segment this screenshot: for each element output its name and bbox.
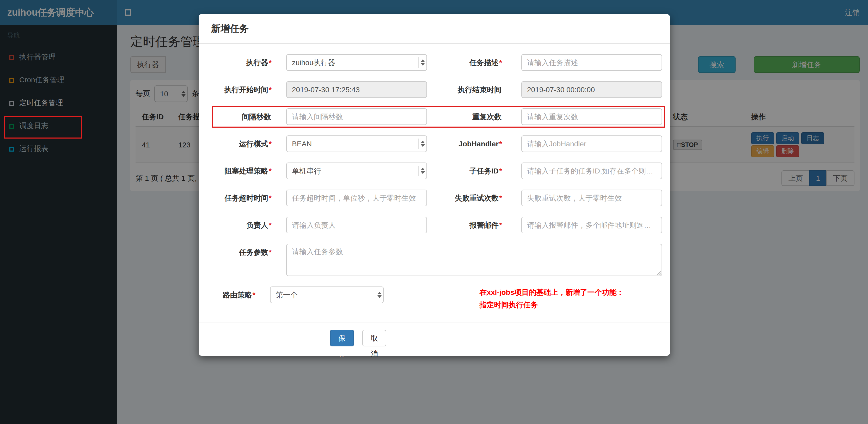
run-mode-label: 运行模式* — [198, 135, 286, 152]
required-asterisk: * — [499, 221, 502, 229]
child-task-input[interactable] — [521, 163, 662, 179]
required-asterisk: * — [499, 194, 502, 202]
label-text: 报警邮件 — [469, 221, 499, 229]
label-text: 执行器 — [246, 58, 268, 67]
form-row-interval-repeat: 间隔秒数 重复次数 — [198, 108, 670, 125]
retry-label: 失败重试次数* — [427, 190, 521, 206]
form-row-block-child: 阻塞处理策略* 单机串行 子任务ID* — [198, 163, 670, 179]
required-asterisk: * — [269, 140, 272, 148]
add-task-modal: 新增任务 执行器* zuihou执行器 任务描述* 执行开始时间* 执行结束时间 — [198, 14, 670, 356]
label-text: 阻塞处理策略 — [224, 167, 268, 175]
cancel-button[interactable]: 取消 — [362, 329, 386, 346]
label-text: 失败重试次数 — [455, 194, 499, 202]
required-asterisk: * — [269, 86, 272, 94]
label-text: 任务超时时间 — [224, 194, 268, 202]
author-label: 负责人* — [198, 217, 286, 233]
required-asterisk: * — [499, 58, 502, 67]
executor-select[interactable]: zuihou执行器 — [286, 54, 427, 71]
block-strategy-select[interactable]: 单机串行 — [286, 163, 427, 179]
route-strategy-select-value: 第一个 — [276, 291, 298, 299]
required-asterisk: * — [269, 194, 272, 202]
end-time-input[interactable] — [521, 81, 662, 98]
feature-note: 在xxl-jobs项目的基础上，新增了一个功能： 指定时间执行任务 — [479, 287, 670, 311]
label-text: 执行结束时间 — [458, 86, 501, 94]
feature-note-line2: 指定时间执行任务 — [479, 300, 538, 309]
start-time-input[interactable] — [286, 81, 427, 98]
required-asterisk: * — [499, 167, 502, 175]
repeat-input[interactable] — [521, 108, 662, 125]
required-asterisk: * — [253, 291, 255, 299]
form-row-task-param: 任务参数* — [198, 244, 670, 276]
select-arrows-icon — [418, 57, 425, 68]
select-arrows-icon — [418, 138, 425, 149]
feature-note-line1: 在xxl-jobs项目的基础上，新增了一个功能： — [479, 288, 624, 296]
form-row-author-email: 负责人* 报警邮件* — [198, 217, 670, 233]
label-text: 间隔秒数 — [242, 112, 271, 121]
label-text: 运行模式 — [239, 140, 268, 148]
label-text: 任务参数 — [239, 248, 268, 256]
required-asterisk: * — [269, 248, 272, 256]
task-desc-label: 任务描述* — [427, 54, 521, 71]
end-time-label: 执行结束时间 — [427, 81, 521, 98]
task-param-textarea[interactable] — [286, 244, 662, 276]
alarm-email-input[interactable] — [521, 217, 662, 233]
required-asterisk: * — [269, 58, 272, 67]
jobhandler-input[interactable] — [521, 135, 662, 152]
jobhandler-label: JobHandler* — [427, 135, 521, 152]
select-arrows-icon — [375, 290, 381, 300]
save-button[interactable]: 保存 — [330, 329, 354, 346]
label-text: 重复次数 — [472, 112, 501, 121]
required-asterisk: * — [269, 167, 272, 175]
retry-input[interactable] — [521, 190, 662, 206]
form-row-timeout-retry: 任务超时时间* 失败重试次数* — [198, 190, 670, 206]
block-strategy-label: 阻塞处理策略* — [198, 163, 286, 179]
alarm-email-label: 报警邮件* — [427, 217, 521, 233]
label-text: 负责人 — [246, 221, 268, 229]
form-row-executor-desc: 执行器* zuihou执行器 任务描述* — [198, 54, 670, 71]
repeat-label: 重复次数 — [427, 108, 521, 125]
start-time-label: 执行开始时间* — [198, 81, 286, 98]
required-asterisk: * — [269, 221, 272, 229]
interval-label: 间隔秒数 — [198, 108, 286, 125]
timeout-label: 任务超时时间* — [198, 190, 286, 206]
task-desc-input[interactable] — [521, 54, 662, 71]
form-row-start-end-time: 执行开始时间* 执行结束时间 — [198, 81, 670, 98]
modal-header: 新增任务 — [198, 14, 670, 44]
form-row-route-strategy: 路由策略* 第一个 在xxl-jobs项目的基础上，新增了一个功能： 指定时间执… — [198, 287, 670, 311]
interval-input[interactable] — [286, 108, 427, 125]
run-mode-select-value: BEAN — [292, 140, 312, 148]
run-mode-select[interactable]: BEAN — [286, 135, 427, 152]
label-text: 子任务ID — [469, 167, 499, 175]
modal-body: 执行器* zuihou执行器 任务描述* 执行开始时间* 执行结束时间 间隔秒数 — [198, 44, 670, 311]
child-task-label: 子任务ID* — [427, 163, 521, 179]
modal-title: 新增任务 — [211, 24, 249, 34]
label-text: 任务描述 — [469, 58, 499, 67]
timeout-input[interactable] — [286, 190, 427, 206]
label-text: 执行开始时间 — [224, 86, 268, 94]
select-arrows-icon — [418, 166, 425, 176]
route-strategy-label: 路由策略* — [198, 287, 270, 311]
executor-select-value: zuihou执行器 — [292, 58, 336, 67]
route-strategy-select[interactable]: 第一个 — [270, 287, 384, 303]
executor-label: 执行器* — [198, 54, 286, 71]
task-param-label: 任务参数* — [198, 244, 286, 276]
author-input[interactable] — [286, 217, 427, 233]
label-text: JobHandler — [459, 140, 499, 148]
block-strategy-select-value: 单机串行 — [292, 167, 321, 175]
form-row-glue-handler: 运行模式* BEAN JobHandler* — [198, 135, 670, 152]
modal-footer: 保存 取消 — [198, 322, 670, 356]
app-window: zuihou任务调度中心 注销 导航 执行器管理 Cron任务管理 定时任务管理 — [0, 0, 868, 424]
required-asterisk: * — [499, 140, 502, 148]
label-text: 路由策略 — [223, 291, 252, 299]
